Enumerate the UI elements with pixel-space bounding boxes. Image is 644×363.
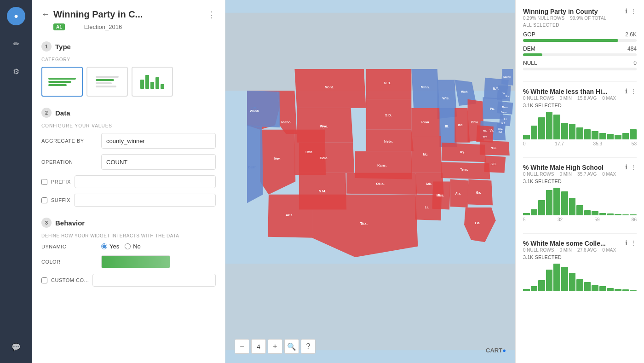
hist-label-start-3: 5 <box>523 217 526 222</box>
widget-actions-3: ℹ ⋮ <box>625 163 637 171</box>
hist-labels-3: 5 32 59 86 <box>523 217 637 222</box>
svg-text:N.C.: N.C. <box>490 146 496 150</box>
behavior-section-title: Behavior <box>55 219 85 227</box>
operation-input[interactable] <box>101 154 216 170</box>
zoom-out-button[interactable]: − <box>235 339 249 354</box>
no-label: No <box>133 243 141 250</box>
info-button-2[interactable]: ℹ <box>625 87 627 95</box>
histogram-2: 0 17.7 35.3 53 <box>523 112 637 146</box>
edit-icon-btn[interactable]: ✏ <box>7 35 25 53</box>
more-button-4[interactable]: ⋮ <box>630 239 637 247</box>
dem-label: DEM <box>523 46 535 52</box>
filter-icon-btn[interactable]: ⚙ <box>7 62 25 81</box>
svg-text:Ore.: Ore. <box>251 106 257 109</box>
type-card-table[interactable] <box>86 67 128 97</box>
help-button[interactable]: ? <box>301 339 316 354</box>
custom-color-checkbox[interactable] <box>41 277 47 283</box>
svg-text:S.C.: S.C. <box>491 162 497 166</box>
more-button-1[interactable]: ⋮ <box>630 7 637 15</box>
suffix-checkbox[interactable] <box>41 197 47 203</box>
type-section-title: Type <box>55 43 71 51</box>
color-swatch[interactable] <box>101 255 170 268</box>
avg-2: 15.8 AVG <box>577 96 597 101</box>
svg-text:Vt.: Vt. <box>503 92 506 95</box>
hist-label-end-3: 86 <box>632 217 637 222</box>
color-row: COLOR <box>41 255 216 268</box>
dynamic-row: DYNAMIC Yes No <box>41 243 216 250</box>
hist-label-start-2: 0 <box>523 141 526 146</box>
svg-text:N.J.: N.J. <box>501 122 506 125</box>
widget-meta-3: 0 NULL ROWS 0 MIN 35.7 AVG 0 MAX <box>523 172 625 177</box>
gop-value: 2.6K <box>625 31 637 38</box>
dynamic-radio-group: Yes No <box>101 243 141 250</box>
type-card-lines[interactable] <box>41 67 83 97</box>
yes-label: Yes <box>109 243 119 250</box>
selected-label-4: 3.1K SELECTED <box>523 254 637 260</box>
zoom-level-display: 4 <box>251 339 266 354</box>
hist-label-mid1-3: 32 <box>558 217 563 222</box>
dem-bar-fill <box>523 53 542 56</box>
histogram-4 <box>523 264 637 291</box>
more-button-3[interactable]: ⋮ <box>630 163 637 171</box>
aggregate-input[interactable] <box>101 133 216 149</box>
custom-color-input[interactable] <box>92 274 216 287</box>
info-button-3[interactable]: ℹ <box>625 163 627 171</box>
dynamic-label: DYNAMIC <box>41 244 97 249</box>
panel-title: Winning Party in C... <box>53 9 143 20</box>
svg-text:Kans.: Kans. <box>377 163 386 167</box>
yes-radio[interactable] <box>101 243 107 249</box>
prefix-input[interactable] <box>75 175 216 188</box>
svg-text:N.M.: N.M. <box>319 189 326 193</box>
divider-1 <box>523 81 637 82</box>
chat-icon-btn[interactable]: 💬 <box>7 338 25 356</box>
white-male-less-widget: % White Male less than Hi... 0 NULL ROWS… <box>523 87 637 146</box>
selected-label-3: 3.1K SELECTED <box>523 179 637 184</box>
search-button[interactable]: 🔍 <box>284 339 299 354</box>
null-rows-1: 0.29% NULL ROWS <box>523 16 564 21</box>
svg-text:Ill.: Ill. <box>445 125 448 128</box>
yes-option[interactable]: Yes <box>101 243 119 250</box>
info-button-1[interactable]: ℹ <box>625 7 627 15</box>
custom-color-label: CUSTOM CO... <box>51 277 89 283</box>
min-2: 0 MIN <box>559 96 572 101</box>
null-bar-track <box>523 68 637 70</box>
type-section-header: 1 Type <box>41 41 216 52</box>
prefix-checkbox[interactable] <box>41 179 47 185</box>
svg-text:N.D.: N.D. <box>384 81 391 85</box>
divider-2 <box>523 157 637 158</box>
total-pct-1: 99.9% OF TOTAL <box>570 16 606 21</box>
back-button[interactable]: ← <box>41 10 50 19</box>
svg-text:La.: La. <box>425 206 429 209</box>
more-button[interactable]: ⋮ <box>207 10 216 20</box>
svg-text:S.D.: S.D. <box>385 113 392 117</box>
suffix-input[interactable] <box>74 194 216 207</box>
svg-text:Okla.: Okla. <box>376 182 384 186</box>
max-4: 0 MAX <box>602 248 616 253</box>
dot-icon-btn[interactable]: ● <box>7 7 25 25</box>
section-number-1: 1 <box>41 41 52 52</box>
panel-header: ← Winning Party in C... ⋮ <box>41 9 216 20</box>
svg-text:Mont.: Mont. <box>325 85 334 89</box>
histogram-3: 5 32 59 86 <box>523 188 637 222</box>
chat-icon: 💬 <box>12 343 21 351</box>
more-button-2[interactable]: ⋮ <box>630 87 637 95</box>
svg-text:Md.: Md. <box>483 130 487 132</box>
dataset-label: Election_2016 <box>84 23 122 30</box>
no-radio[interactable] <box>125 243 131 249</box>
map-container[interactable]: Wash. Idaho Mont. N.D. Minn. Wis. Mich. … <box>225 0 515 363</box>
behavior-desc: DEFINE HOW YOUR WIDGET INTERACTS WITH TH… <box>41 233 216 238</box>
hist-label-mid1-2: 17.7 <box>555 141 564 146</box>
info-button-4[interactable]: ℹ <box>625 239 627 247</box>
gop-bar-row: GOP 2.6K <box>523 31 637 42</box>
widget-meta-2: 0 NULL ROWS 0 MIN 15.8 AVG 0 MAX <box>523 96 625 101</box>
avg-4: 27.6 AVG <box>577 248 597 253</box>
svg-text:Utah: Utah <box>305 150 312 154</box>
gop-label: GOP <box>523 31 535 38</box>
gop-bar-track <box>523 39 637 42</box>
type-card-bar[interactable] <box>132 67 173 97</box>
no-option[interactable]: No <box>125 243 141 250</box>
min-3: 0 MIN <box>559 172 572 177</box>
zoom-in-button[interactable]: + <box>268 339 282 354</box>
white-male-hs-title: % White Male High School <box>523 164 604 171</box>
svg-text:Wis.: Wis. <box>443 96 449 100</box>
